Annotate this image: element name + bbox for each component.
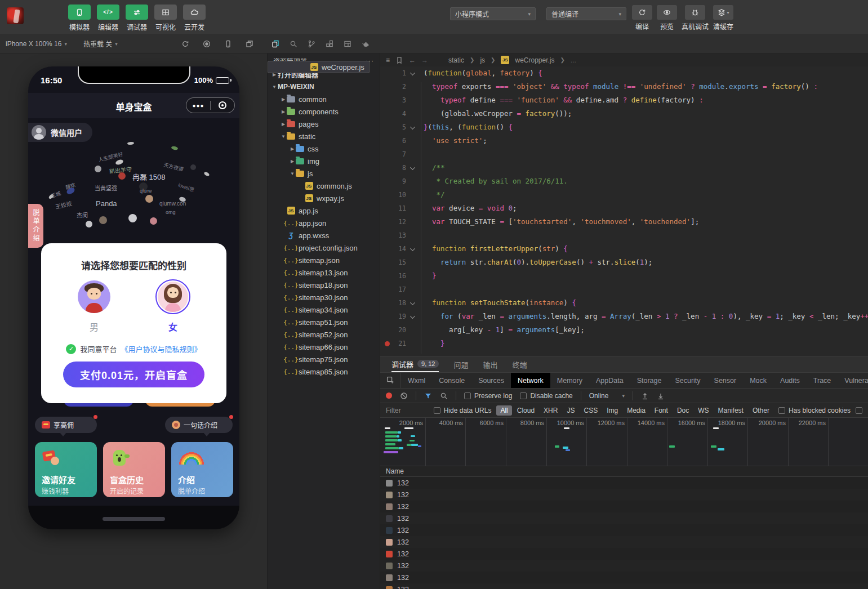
type-filter-Img[interactable]: Img [603, 405, 622, 416]
devtools-tab-Wxml[interactable]: Wxml [401, 373, 432, 388]
devtools-tab-Sources[interactable]: Sources [471, 373, 511, 388]
tree-item-app.js[interactable]: JSapp.js [268, 204, 380, 217]
type-filter-XHR[interactable]: XHR [540, 405, 562, 416]
type-filter-Media[interactable]: Media [623, 405, 649, 416]
one-line-intro-bubble[interactable]: 一句话介绍 [165, 417, 233, 433]
fold-chevron-icon[interactable] [410, 314, 415, 319]
record-icon[interactable] [203, 40, 211, 48]
code-line-6[interactable]: 6'use strict'; [380, 134, 868, 148]
devtools-tab-Memory[interactable]: Memory [550, 373, 589, 388]
request-table-header[interactable]: Name [380, 466, 868, 477]
has-blocked-cookies-checkbox[interactable]: Has blocked cookies [778, 407, 851, 414]
agree-row[interactable]: ✓ 我同意平台 《用户协议与隐私规则》 [41, 343, 226, 354]
devtools-tab-Sensor[interactable]: Sensor [707, 373, 744, 388]
appbtn-phone[interactable]: 模拟器 [68, 5, 91, 32]
tree-item-css[interactable]: ▶css [268, 142, 380, 155]
tree-item-app.wxss[interactable]: Ʒapp.wxss [268, 229, 380, 242]
devtools-tab-Network[interactable]: Network [511, 373, 550, 388]
tree-item-weCropper.js[interactable]: JSweCropper.js [268, 61, 370, 73]
code-line-5[interactable]: 5}(this, (function() { [380, 121, 868, 134]
tree-item-sitemap75.json[interactable]: {..}sitemap75.json [268, 353, 380, 365]
type-filter-JS[interactable]: JS [563, 405, 578, 416]
debugger-panel-tab-终端[interactable]: 终端 [513, 356, 527, 372]
code-line-7[interactable]: 7 [380, 148, 868, 161]
tree-item-sitemap13.json[interactable]: {..}sitemap13.json [268, 266, 380, 279]
request-row[interactable]: 132 [380, 489, 868, 501]
tree-item-wxpay.js[interactable]: JSwxpay.js [268, 192, 380, 204]
commission-bubble[interactable]: 享高佣 [35, 417, 97, 433]
export-har-icon[interactable] [657, 392, 665, 400]
code-line-20[interactable]: 20arg[_key - 1] = arguments[_key]; [380, 323, 868, 337]
tree-item-sitemap18.json[interactable]: {..}sitemap18.json [268, 279, 380, 291]
code-line-14[interactable]: 14function firstLetterUpper(str) { [380, 242, 868, 256]
code-line-17[interactable]: 17 [380, 283, 868, 296]
bookmark-icon[interactable] [395, 56, 403, 64]
hot-reload-toggle[interactable]: 热重载 关▾ [83, 34, 118, 53]
gender-option-male[interactable]: 男 [60, 279, 128, 333]
search-icon[interactable] [290, 40, 297, 48]
breadcrumb-js[interactable]: js [480, 56, 485, 64]
code-line-1[interactable]: 1(function(global, factory) { [380, 66, 868, 80]
type-filter-Other[interactable]: Other [749, 405, 773, 416]
request-row[interactable]: 132 [380, 583, 868, 589]
device-selector[interactable]: iPhone X 100% 16▾ [6, 34, 67, 53]
close-target-icon[interactable] [211, 101, 234, 109]
disable-cache-checkbox[interactable]: Disable cache [520, 392, 572, 400]
compile-select[interactable]: 普通编译 ▾ [546, 7, 626, 20]
request-row[interactable]: 132 [380, 524, 868, 536]
tree-item-sitemap30.json[interactable]: {..}sitemap30.json [268, 291, 380, 304]
feature-card-1[interactable]: 邀请好友 赚钱利器 [35, 442, 97, 497]
code-line-11[interactable]: 11var device = void 0; [380, 202, 868, 215]
tree-item-sitemap51.json[interactable]: {..}sitemap51.json [268, 316, 380, 328]
git-branch-icon[interactable] [308, 40, 315, 48]
tree-item-js[interactable]: ▼js [268, 167, 380, 180]
tree-item-common[interactable]: ▶common [268, 93, 380, 105]
breadcrumb-symbol[interactable]: ... [571, 56, 576, 64]
devtools-tab-Mock[interactable]: Mock [743, 373, 773, 388]
code-line-8[interactable]: 8/** [380, 161, 868, 175]
side-tab-intro[interactable]: 脱单介绍 [28, 204, 43, 248]
request-row[interactable]: 132 [380, 501, 868, 512]
fold-chevron-icon[interactable] [410, 300, 415, 305]
refresh-icon[interactable] [181, 40, 189, 48]
request-row[interactable]: 132 [380, 536, 868, 548]
devtools-tab-Audits[interactable]: Audits [773, 373, 807, 388]
type-filter-CSS[interactable]: CSS [580, 405, 602, 416]
fold-chevron-icon[interactable] [410, 246, 415, 251]
code-line-3[interactable]: 3typeof define === 'function' && define.… [380, 93, 868, 107]
import-har-icon[interactable] [641, 392, 649, 400]
devtools-tab-Trace[interactable]: Trace [807, 373, 838, 388]
back-icon[interactable]: ← [409, 56, 416, 64]
type-filter-Font[interactable]: Font [651, 405, 672, 416]
request-row[interactable]: 132 [380, 572, 868, 583]
tree-item-MP-WEIXIN[interactable]: ▼MP-WEIXIN [268, 81, 380, 93]
debugger-panel-tab-调试器[interactable]: 调试器9, 12 [391, 356, 439, 372]
filter-input[interactable]: Filter [386, 407, 429, 414]
type-filter-Doc[interactable]: Doc [673, 405, 693, 416]
debugger-panel-tab-输出[interactable]: 输出 [483, 356, 498, 372]
tree-item-img[interactable]: ▶img [268, 155, 380, 167]
hide-data-urls-checkbox[interactable]: Hide data URLs [434, 407, 492, 414]
breadcrumb-file[interactable]: weCropper.js [515, 56, 554, 64]
code-line-4[interactable]: 4(global.weCropper = factory()); [380, 107, 868, 121]
action-compile[interactable]: 编译 [632, 5, 652, 31]
outline-icon[interactable]: ≡ [386, 56, 390, 64]
code-line-19[interactable]: 19for (var _len = arguments.length, arg … [380, 310, 868, 323]
tree-item-sitemap.json[interactable]: {..}sitemap.json [268, 254, 380, 266]
type-filter-WS[interactable]: WS [694, 405, 713, 416]
feature-card-2[interactable]: 盲盒历史 开启的记录 [103, 442, 165, 497]
layout-icon[interactable] [344, 40, 351, 48]
clear-icon[interactable] [400, 392, 408, 400]
tree-item-app.json[interactable]: {..}app.json [268, 217, 380, 229]
action-remote-debug[interactable]: 真机调试 [682, 5, 709, 31]
fold-chevron-icon[interactable] [410, 165, 415, 170]
action-preview[interactable]: 预览 [657, 5, 677, 31]
search-icon[interactable] [440, 392, 448, 400]
type-filter-Manifest[interactable]: Manifest [714, 405, 747, 416]
gender-option-female[interactable]: 女 [139, 279, 207, 333]
windows-icon[interactable] [246, 40, 253, 48]
more-icon[interactable]: ●●● [186, 102, 210, 109]
tree-item-sitemap85.json[interactable]: {..}sitemap85.json [268, 365, 380, 378]
mode-select[interactable]: 小程序模式 ▾ [450, 7, 536, 20]
agreement-link[interactable]: 《用户协议与隐私规则》 [121, 343, 202, 354]
